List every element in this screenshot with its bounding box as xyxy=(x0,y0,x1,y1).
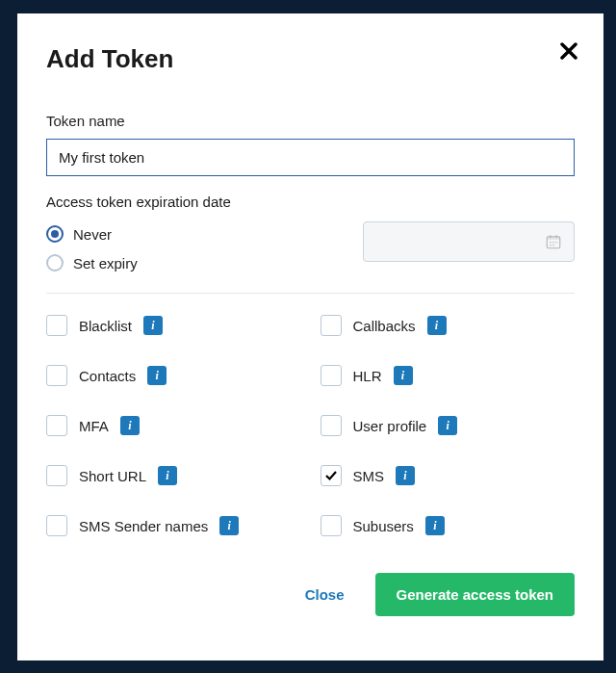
perm-short_url: Short URLi xyxy=(46,465,301,486)
calendar-icon xyxy=(545,233,562,250)
info-icon[interactable]: i xyxy=(438,416,457,435)
expiration-label: Access token expiration date xyxy=(46,194,575,210)
svg-rect-1 xyxy=(547,237,560,240)
svg-point-6 xyxy=(555,242,557,244)
info-icon[interactable]: i xyxy=(158,466,177,485)
close-button[interactable]: Close xyxy=(292,575,358,614)
checkbox-subusers[interactable] xyxy=(321,515,342,536)
perm-label: Contacts xyxy=(79,368,136,384)
svg-point-5 xyxy=(552,242,554,244)
checkbox-callbacks[interactable] xyxy=(321,315,342,336)
radio-icon xyxy=(46,225,64,243)
checkbox-sms[interactable] xyxy=(321,465,342,486)
perm-label: User profile xyxy=(353,418,427,434)
token-name-input[interactable] xyxy=(46,139,575,176)
perm-sms: SMSi xyxy=(321,465,576,486)
checkbox-user_profile[interactable] xyxy=(321,415,342,436)
info-icon[interactable]: i xyxy=(147,366,167,385)
perm-label: SMS Sender names xyxy=(79,518,208,534)
perm-label: Blacklist xyxy=(79,318,132,334)
perm-label: MFA xyxy=(79,418,109,434)
info-icon[interactable]: i xyxy=(394,366,413,385)
perm-hlr: HLRi xyxy=(321,365,576,386)
checkbox-short_url[interactable] xyxy=(46,465,67,486)
perm-sms_sender_names: SMS Sender namesi xyxy=(46,515,301,536)
info-icon[interactable]: i xyxy=(396,466,415,485)
radio-never-label: Never xyxy=(73,226,112,243)
info-icon[interactable]: i xyxy=(427,316,447,335)
checkbox-hlr[interactable] xyxy=(321,365,342,386)
info-icon[interactable]: i xyxy=(143,316,163,335)
info-icon[interactable]: i xyxy=(425,516,445,535)
generate-token-button[interactable]: Generate access token xyxy=(375,573,575,616)
perm-label: Callbacks xyxy=(353,318,416,334)
modal-footer: Close Generate access token xyxy=(46,573,575,616)
perm-label: Short URL xyxy=(79,468,146,484)
perm-label: Subusers xyxy=(353,518,414,534)
perm-contacts: Contactsi xyxy=(46,365,301,386)
checkbox-blacklist[interactable] xyxy=(46,315,67,336)
modal-title: Add Token xyxy=(46,44,575,74)
perm-callbacks: Callbacksi xyxy=(321,315,576,336)
perm-user_profile: User profilei xyxy=(321,415,576,436)
radio-icon xyxy=(46,254,64,272)
info-icon[interactable]: i xyxy=(120,416,140,435)
radio-set-expiry[interactable]: Set expiry xyxy=(46,254,138,272)
checkbox-sms_sender_names[interactable] xyxy=(46,515,67,536)
perm-subusers: Subusersi xyxy=(321,515,576,536)
perm-label: HLR xyxy=(353,368,382,384)
checkbox-contacts[interactable] xyxy=(46,365,67,386)
expiry-date-field[interactable] xyxy=(363,221,575,262)
radio-set-expiry-label: Set expiry xyxy=(73,255,138,272)
svg-point-8 xyxy=(552,245,554,246)
radio-never[interactable]: Never xyxy=(46,225,138,243)
token-name-label: Token name xyxy=(46,113,575,129)
perm-label: SMS xyxy=(353,468,385,484)
svg-point-7 xyxy=(550,245,552,246)
perm-blacklist: Blacklisti xyxy=(46,315,301,336)
divider xyxy=(46,293,575,294)
checkbox-mfa[interactable] xyxy=(46,415,67,436)
info-icon[interactable]: i xyxy=(219,516,239,535)
modal-add-token: Add Token Token name Access token expira… xyxy=(17,13,603,660)
permissions-grid: BlacklistiCallbacksiContactsiHLRiMFAiUse… xyxy=(46,315,575,536)
close-icon[interactable] xyxy=(558,40,579,62)
svg-point-4 xyxy=(550,242,552,244)
perm-mfa: MFAi xyxy=(46,415,301,436)
